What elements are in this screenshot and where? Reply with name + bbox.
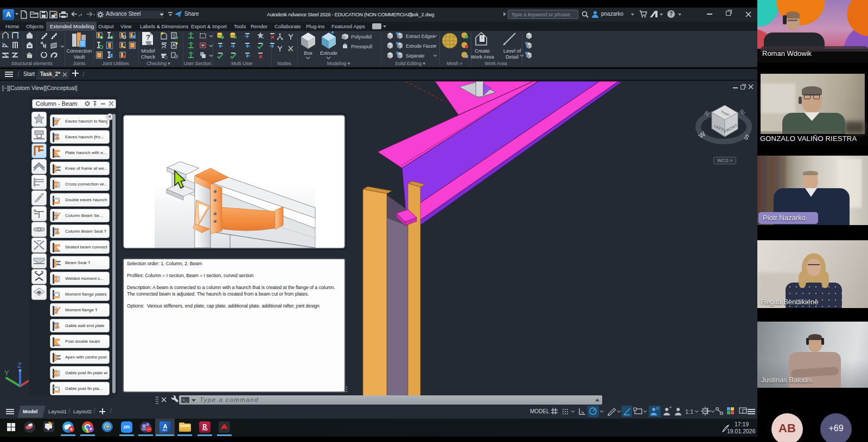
svg-text:Level of: Level of [503,48,521,54]
svg-text:1:1: 1:1 [685,408,693,415]
svg-text:Extrude Faces: Extrude Faces [406,43,436,49]
svg-text:Detail: Detail [506,54,519,60]
svg-text:Z: Z [17,361,22,369]
svg-text:Extract Edges: Extract Edges [406,34,435,39]
svg-text:Connection: Connection [66,48,92,54]
svg-text:Work Area: Work Area [470,54,494,60]
svg-text:?: ? [146,33,150,41]
svg-text:Box: Box [304,50,312,56]
svg-text:Vault: Vault [74,54,85,60]
svg-text:Y: Y [4,369,9,377]
svg-text:Model: Model [141,48,155,54]
svg-text:Create: Create [475,48,490,54]
svg-text:Separate: Separate [406,53,425,59]
svg-text:Extrude: Extrude [320,50,337,56]
svg-text:Polysolid: Polysolid [351,34,372,40]
svg-text:Presspull: Presspull [351,43,372,49]
svg-text:Check: Check [141,54,156,60]
